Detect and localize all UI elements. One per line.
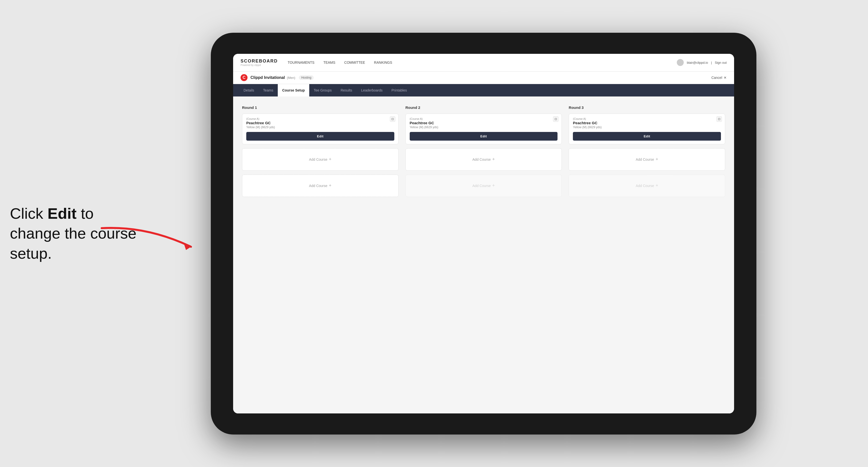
sign-out-link[interactable]: Sign out — [715, 61, 726, 64]
tab-teams[interactable]: Teams — [259, 84, 278, 96]
cancel-label: Cancel — [711, 75, 722, 80]
nav-rankings[interactable]: RANKINGS — [374, 61, 392, 64]
round-2-course-name: Peachtree GC — [410, 121, 558, 125]
round-1-add-course-2[interactable]: Add Course + — [242, 175, 399, 197]
round-1-column: Round 1 ⊡ (Course A) Peachtree GC Yellow… — [242, 105, 399, 201]
tablet-device: SCOREBOARD Powered by clippd TOURNAMENTS… — [211, 33, 756, 435]
round-3-course-detail: Yellow (M) (6629 yds) — [573, 125, 721, 129]
add-course-r3-1-label: Add Course — [636, 157, 654, 161]
round-3-course-card: ⊡ (Course A) Peachtree GC Yellow (M) (66… — [569, 114, 725, 144]
top-navbar: SCOREBOARD Powered by clippd TOURNAMENTS… — [233, 54, 734, 72]
tournament-logo-letter: C — [243, 75, 246, 80]
arrow-pointer — [97, 223, 208, 253]
round-3-delete-button[interactable]: ⊡ — [716, 116, 722, 122]
round-1-course-label: (Course A) — [246, 117, 394, 120]
round-2-course-label: (Course A) — [410, 117, 558, 120]
plus-icon-r3-1: + — [655, 157, 658, 162]
add-course-r2-1-label: Add Course — [472, 157, 491, 161]
round-2-column: Round 2 ⊡ (Course A) Peachtree GC Yellow… — [405, 105, 562, 201]
tab-details[interactable]: Details — [239, 84, 259, 96]
round-1-course-card: ⊡ (Course A) Peachtree GC Yellow (M) (66… — [242, 114, 399, 144]
round-3-title: Round 3 — [569, 105, 725, 110]
round-1-course-name: Peachtree GC — [246, 121, 394, 125]
tab-tee-groups[interactable]: Tee Groups — [309, 84, 336, 96]
tournament-logo: C — [241, 74, 248, 81]
main-content: Round 1 ⊡ (Course A) Peachtree GC Yellow… — [233, 96, 734, 413]
tab-results[interactable]: Results — [336, 84, 356, 96]
tournament-bar: C Clippd Invitational (Men) Hosting Canc… — [233, 72, 734, 84]
nav-tournaments[interactable]: TOURNAMENTS — [288, 61, 314, 64]
close-icon: ✕ — [724, 75, 726, 80]
round-3-course-name: Peachtree GC — [573, 121, 721, 125]
plus-icon-1: + — [329, 157, 332, 162]
add-course-r2-2-label: Add Course — [472, 184, 491, 188]
round-1-edit-button[interactable]: Edit — [246, 132, 394, 141]
plus-icon-r3-2: + — [655, 183, 658, 188]
plus-icon-2: + — [329, 183, 332, 188]
round-2-course-detail: Yellow (M) (6629 yds) — [410, 125, 558, 129]
logo-area: SCOREBOARD Powered by clippd — [241, 59, 278, 66]
logo-scoreboard: SCOREBOARD — [241, 59, 278, 64]
annotation-bold: Edit — [48, 205, 76, 222]
tab-bar: Details Teams Course Setup Tee Groups Re… — [233, 84, 734, 96]
add-course-r3-2-label: Add Course — [636, 184, 654, 188]
plus-icon-r2-2: + — [492, 183, 495, 188]
cancel-button[interactable]: Cancel ✕ — [711, 75, 726, 80]
round-2-delete-button[interactable]: ⊡ — [553, 116, 558, 122]
round-2-add-course-1[interactable]: Add Course + — [405, 148, 562, 170]
nav-teams[interactable]: TEAMS — [323, 61, 335, 64]
round-3-edit-button[interactable]: Edit — [573, 132, 721, 141]
plus-icon-r2-1: + — [492, 157, 495, 162]
nav-links: TOURNAMENTS TEAMS COMMITTEE RANKINGS — [288, 61, 677, 64]
user-email: blair@clippd.io — [687, 61, 708, 64]
round-2-course-card: ⊡ (Course A) Peachtree GC Yellow (M) (66… — [405, 114, 562, 144]
rounds-grid: Round 1 ⊡ (Course A) Peachtree GC Yellow… — [242, 105, 725, 201]
round-2-add-course-2: Add Course + — [405, 175, 562, 197]
round-1-title: Round 1 — [242, 105, 399, 110]
user-area: blair@clippd.io | Sign out — [677, 59, 726, 66]
round-2-edit-button[interactable]: Edit — [410, 132, 558, 141]
separator: | — [711, 61, 712, 64]
tablet-screen: SCOREBOARD Powered by clippd TOURNAMENTS… — [233, 54, 734, 413]
nav-committee[interactable]: COMMITTEE — [344, 61, 365, 64]
round-1-add-course-1[interactable]: Add Course + — [242, 148, 399, 170]
tournament-badge: Hosting — [299, 75, 314, 80]
tournament-gender: (Men) — [287, 76, 296, 80]
tournament-name: Clippd Invitational — [250, 75, 285, 80]
tab-leaderboards[interactable]: Leaderboards — [356, 84, 387, 96]
user-avatar — [677, 59, 684, 66]
round-1-delete-button[interactable]: ⊡ — [390, 116, 395, 122]
round-3-course-label: (Course A) — [573, 117, 721, 120]
annotation-prefix: Click — [10, 205, 48, 222]
round-3-add-course-1[interactable]: Add Course + — [569, 148, 725, 170]
logo-powered: Powered by clippd — [241, 64, 278, 66]
round-3-column: Round 3 ⊡ (Course A) Peachtree GC Yellow… — [569, 105, 725, 201]
add-course-2-label: Add Course — [309, 184, 328, 188]
round-3-add-course-2: Add Course + — [569, 175, 725, 197]
tab-printables[interactable]: Printables — [387, 84, 411, 96]
tab-course-setup[interactable]: Course Setup — [278, 84, 309, 96]
round-1-course-detail: Yellow (M) (6629 yds) — [246, 125, 394, 129]
add-course-1-label: Add Course — [309, 157, 328, 161]
round-2-title: Round 2 — [405, 105, 562, 110]
svg-marker-0 — [184, 243, 191, 250]
